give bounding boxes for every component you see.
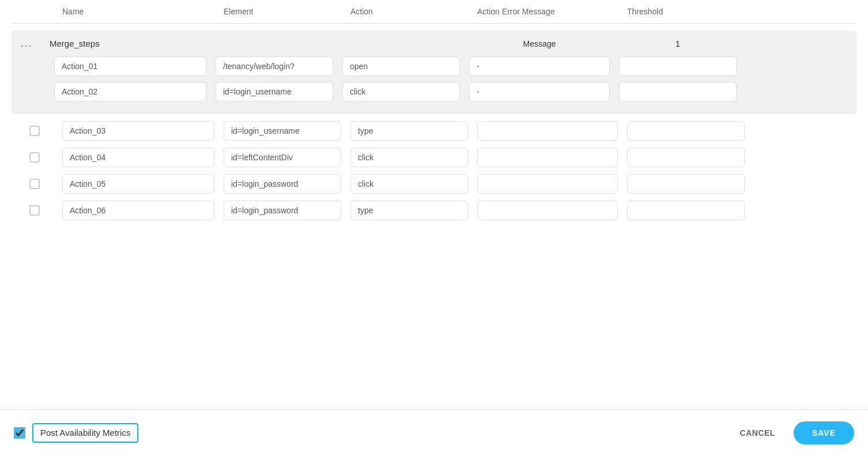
row-3-checkbox-cell [12,205,58,216]
metrics-checkbox[interactable] [14,427,25,439]
merged-group-header: ... Merge_steps Message 1 [21,37,847,50]
row-0-checkbox[interactable] [29,126,40,136]
merged-group-threshold: 1 [614,39,741,48]
row-2-threshold-cell [622,174,749,194]
row-3-checkbox[interactable] [29,205,40,216]
merged-group-message: Message [465,39,614,48]
row-2-checkbox-cell [12,179,58,189]
row-1-name-cell [58,148,219,167]
row-1-action-input[interactable] [350,148,468,167]
table-container: Name Element Action Action Error Message… [0,0,868,409]
row-2-action-input[interactable] [350,174,468,194]
row-3-threshold-cell [622,201,749,220]
merged-row-0-element-input[interactable] [216,56,333,76]
merged-row-0 [21,56,847,76]
merged-row-1-name-input[interactable] [54,82,206,101]
action-row-1 [12,148,856,167]
row-2-threshold-input[interactable] [627,174,745,194]
row-3-name-input[interactable] [62,201,214,220]
merged-group-dots[interactable]: ... [21,37,50,50]
row-0-checkbox-cell [12,126,58,136]
merged-row-1-element-cell [211,82,338,101]
row-3-error-input[interactable] [477,201,618,220]
row-0-error-cell [473,121,622,141]
row-3-error-cell [473,201,622,220]
row-2-element-input[interactable] [224,174,341,194]
row-0-element-input[interactable] [224,121,341,141]
merged-row-0-name-cell [50,56,211,76]
column-headers: Name Element Action Action Error Message… [12,0,856,24]
row-0-error-input[interactable] [477,121,618,141]
action-row-3 [12,201,856,220]
row-1-element-input[interactable] [224,148,341,167]
col-checkbox [12,7,58,16]
col-action-error: Action Error Message [473,7,622,16]
merged-group: ... Merge_steps Message 1 [12,31,856,114]
row-2-checkbox[interactable] [29,179,40,189]
footer: Post Availability Metrics CANCEL SAVE [0,409,868,456]
merged-row-0-threshold-input[interactable] [619,56,737,76]
merged-row-1-action-input[interactable] [342,82,460,101]
row-0-action-input[interactable] [350,121,468,141]
merged-row-0-action-cell [338,56,465,76]
row-1-element-cell [219,148,346,167]
row-0-threshold-input[interactable] [627,121,745,141]
merged-row-1-threshold-cell [614,82,741,101]
merged-row-1-name-cell [50,82,211,101]
row-1-checkbox-cell [12,152,58,163]
merged-row-1-action-cell [338,82,465,101]
row-1-action-cell [346,148,473,167]
main-content: Name Element Action Action Error Message… [0,0,868,456]
merged-row-1-threshold-input[interactable] [619,82,737,101]
row-2-error-cell [473,174,622,194]
merged-group-name: Merge_steps [50,39,211,48]
row-0-action-cell [346,121,473,141]
merged-row-0-error-input[interactable] [469,56,610,76]
row-3-threshold-input[interactable] [627,201,745,220]
merged-row-0-name-input[interactable] [54,56,206,76]
footer-left: Post Availability Metrics [14,423,138,443]
col-element: Element [219,7,346,16]
row-2-name-input[interactable] [62,174,214,194]
row-2-name-cell [58,174,219,194]
metrics-label-wrapper: Post Availability Metrics [32,423,138,443]
merged-row-0-error-cell [465,56,614,76]
col-name: Name [58,7,219,16]
row-1-checkbox[interactable] [29,152,40,163]
row-1-threshold-input[interactable] [627,148,745,167]
row-1-error-cell [473,148,622,167]
col-threshold: Threshold [622,7,749,16]
merged-row-1-element-input[interactable] [216,82,333,101]
row-0-element-cell [219,121,346,141]
row-1-threshold-cell [622,148,749,167]
row-0-name-cell [58,121,219,141]
merged-row-1 [21,82,847,101]
merged-row-1-error-cell [465,82,614,101]
row-3-element-cell [219,201,346,220]
row-0-name-input[interactable] [62,121,214,141]
row-3-action-cell [346,201,473,220]
row-3-name-cell [58,201,219,220]
merged-row-1-error-input[interactable] [469,82,610,101]
action-row-2 [12,174,856,194]
merged-row-0-element-cell [211,56,338,76]
row-2-action-cell [346,174,473,194]
row-0-threshold-cell [622,121,749,141]
action-row-0 [12,121,856,141]
cancel-button[interactable]: CANCEL [731,423,784,443]
row-3-element-input[interactable] [224,201,341,220]
col-action: Action [346,7,473,16]
row-2-element-cell [219,174,346,194]
merged-row-0-action-input[interactable] [342,56,460,76]
merged-row-0-threshold-cell [614,56,741,76]
action-rows-container [12,121,856,220]
footer-right: CANCEL SAVE [731,421,854,444]
row-1-name-input[interactable] [62,148,214,167]
save-button[interactable]: SAVE [794,421,854,444]
row-2-error-input[interactable] [477,174,618,194]
row-3-action-input[interactable] [350,201,468,220]
row-1-error-input[interactable] [477,148,618,167]
metrics-label: Post Availability Metrics [40,428,130,438]
